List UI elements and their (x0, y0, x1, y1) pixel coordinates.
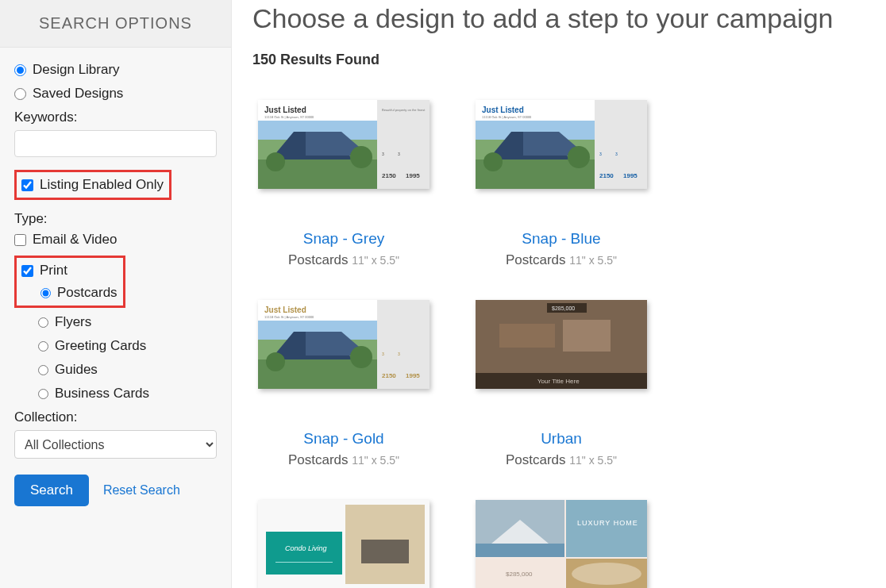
card-snap-gold[interactable]: Just Listed 11118 Oak St | Anytown, ST 0… (252, 300, 435, 468)
svg-text:Condo Living: Condo Living (285, 544, 327, 552)
svg-point-72 (572, 563, 641, 585)
card-title[interactable]: Snap - Blue (470, 230, 653, 248)
svg-text:Just Listed: Just Listed (264, 306, 306, 314)
radio-flyers-label: Flyers (55, 314, 91, 330)
svg-text:3: 3 (382, 352, 384, 356)
postcard-thumb-icon: $285,000 Your Title Here (476, 300, 647, 389)
postcard-thumb-icon: Condo Living (258, 500, 430, 588)
postcard-thumb-icon: LUXURY HOME $285,000 (476, 500, 647, 588)
radio-design-library-label: Design Library (33, 62, 120, 78)
card-title[interactable]: Urban (470, 430, 653, 448)
check-email-video[interactable]: Email & Video (14, 232, 217, 248)
svg-text:Just Listed: Just Listed (264, 106, 306, 114)
svg-text:2150: 2150 (599, 172, 614, 179)
sidebar-title: SEARCH OPTIONS (0, 0, 231, 48)
collection-select[interactable]: All Collections (14, 430, 217, 459)
postcard-thumb-icon: Just Listed 11118 Oak St | Anytown, ST 0… (258, 300, 430, 389)
type-label: Type: (14, 211, 217, 227)
radio-guides-input[interactable] (38, 365, 48, 375)
search-options-sidebar: SEARCH OPTIONS Design Library Saved Desi… (0, 0, 232, 588)
card-thumbnail: Condo Living (258, 500, 430, 588)
svg-point-10 (266, 152, 285, 171)
svg-point-9 (350, 146, 372, 168)
radio-greeting-cards-input[interactable] (38, 341, 48, 352)
svg-text:3: 3 (398, 352, 400, 356)
radio-guides-label: Guides (55, 362, 98, 378)
keywords-input[interactable] (14, 130, 217, 157)
results-number: 150 (252, 52, 276, 67)
card-meta: Postcards 11" x 5.5" (252, 452, 435, 468)
radio-saved-designs-label: Saved Designs (33, 86, 123, 102)
svg-point-27 (483, 152, 503, 171)
radio-design-library[interactable]: Design Library (14, 62, 217, 78)
radio-saved-designs[interactable]: Saved Designs (14, 86, 217, 102)
radio-greeting-cards-label: Greeting Cards (55, 338, 146, 354)
radio-postcards-input[interactable] (40, 288, 51, 298)
card-title[interactable]: Snap - Grey (252, 230, 435, 248)
card-dimensions: 11" x 5.5" (569, 254, 617, 267)
card-luxury-home[interactable]: LUXURY HOME $285,000 Luxury Home Postcar… (470, 500, 653, 588)
radio-flyers[interactable]: Flyers (38, 314, 217, 330)
card-title[interactable]: Snap - Gold (252, 430, 435, 448)
print-highlight: Print Postcards (14, 256, 125, 308)
card-thumbnail: LUXURY HOME $285,000 (476, 500, 647, 588)
card-urban[interactable]: $285,000 Your Title Here Urban Postcards… (470, 300, 653, 468)
card-snap-grey[interactable]: Just Listed 11118 Oak St | Anytown, ST 0… (252, 100, 435, 268)
check-print-label: Print (40, 263, 67, 279)
radio-flyers-input[interactable] (38, 317, 48, 328)
postcard-thumb-icon: Just Listed 11118 Oak St | Anytown, ST 0… (258, 100, 430, 189)
svg-text:2150: 2150 (382, 172, 396, 179)
radio-postcards-label: Postcards (57, 285, 117, 301)
svg-point-26 (568, 146, 590, 168)
radio-greeting-cards[interactable]: Greeting Cards (38, 338, 217, 354)
card-thumbnail: Just Listed 11118 Oak St | Anytown, ST 0… (258, 100, 430, 189)
collection-label: Collection: (14, 409, 217, 425)
card-thumbnail: Just Listed 11118 Oak St | Anytown, ST 0… (476, 100, 647, 189)
svg-rect-52 (563, 320, 611, 352)
svg-text:3: 3 (382, 152, 384, 156)
card-thumbnail: $285,000 Your Title Here (476, 300, 647, 389)
svg-rect-66 (476, 544, 564, 557)
card-tower[interactable]: Condo Living Tower Postcards 11" x 5.5" (252, 500, 435, 588)
svg-point-42 (350, 346, 372, 368)
radio-saved-designs-input[interactable] (14, 88, 26, 100)
svg-text:Your Title Here: Your Title Here (537, 378, 580, 385)
card-dimensions: 11" x 5.5" (569, 454, 617, 467)
svg-text:$285,000: $285,000 (506, 571, 533, 578)
svg-text:2150: 2150 (382, 372, 396, 379)
check-listing-enabled-input[interactable] (21, 179, 33, 191)
radio-business-cards[interactable]: Business Cards (38, 386, 217, 402)
card-dimensions: 11" x 5.5" (352, 254, 399, 267)
check-print[interactable]: Print (21, 263, 118, 279)
card-meta: Postcards 11" x 5.5" (470, 252, 653, 268)
svg-text:Beautiful property on the fine: Beautiful property on the finest (382, 108, 426, 112)
radio-postcards[interactable]: Postcards (40, 285, 118, 301)
radio-business-cards-label: Business Cards (55, 386, 149, 402)
svg-point-43 (266, 352, 285, 371)
keywords-label: Keywords: (14, 110, 217, 125)
check-listing-enabled[interactable]: Listing Enabled Only (21, 177, 164, 193)
svg-rect-51 (499, 324, 555, 348)
reset-search-link[interactable]: Reset Search (103, 483, 180, 498)
svg-text:Just Listed: Just Listed (482, 106, 524, 114)
svg-text:LUXURY HOME: LUXURY HOME (577, 519, 638, 527)
svg-text:3: 3 (615, 152, 618, 156)
check-email-video-input[interactable] (14, 234, 26, 246)
radio-design-library-input[interactable] (14, 64, 26, 76)
search-button[interactable]: Search (14, 475, 89, 506)
check-print-input[interactable] (21, 265, 33, 277)
card-snap-blue[interactable]: Just Listed 11118 Oak St | Anytown, ST 0… (470, 100, 653, 268)
svg-text:1995: 1995 (623, 172, 638, 179)
svg-rect-59 (361, 540, 409, 563)
results-label: Results Found (280, 52, 379, 67)
main-content: Choose a design to add a step to your ca… (232, 0, 886, 588)
radio-guides[interactable]: Guides (38, 362, 217, 378)
results-count: 150 Results Found (252, 52, 865, 68)
svg-rect-67 (566, 500, 647, 557)
radio-business-cards-input[interactable] (38, 389, 48, 399)
svg-text:11118 Oak St | Anytown, ST 000: 11118 Oak St | Anytown, ST 00000 (264, 315, 314, 319)
results-grid: Just Listed 11118 Oak St | Anytown, ST 0… (252, 100, 865, 588)
card-category: Postcards (288, 252, 349, 267)
svg-text:3: 3 (398, 152, 400, 156)
card-dimensions: 11" x 5.5" (352, 454, 399, 467)
